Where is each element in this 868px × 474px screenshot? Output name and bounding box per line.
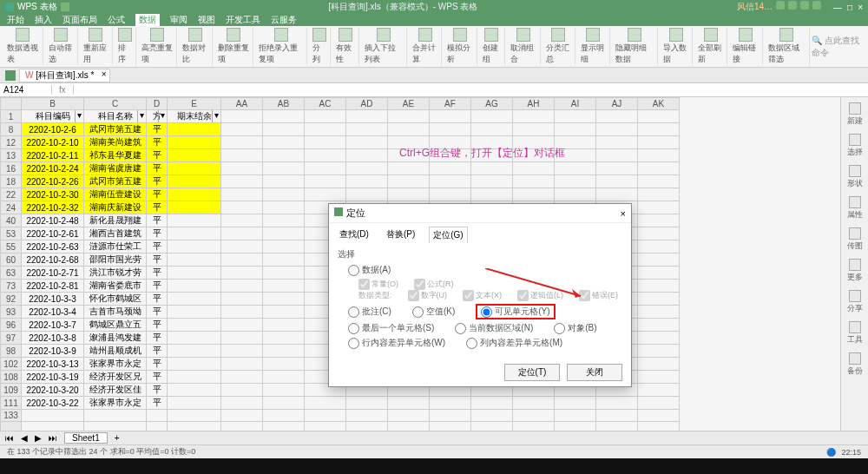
ribbon-textcol[interactable]: 分列 [309, 28, 331, 65]
goto-button[interactable]: 定位(T) [504, 364, 560, 381]
table-row[interactable] [1, 422, 680, 431]
menu-insert[interactable]: 插入 [35, 14, 52, 26]
filter-drop-icon[interactable]: ▾ [158, 110, 167, 122]
opt-visible[interactable]: 可见单元格(Y) [476, 304, 555, 319]
opt-lastcell[interactable]: 最后一个单元格(S) [348, 322, 434, 334]
sheet-nav-last[interactable]: ⏭ [49, 433, 57, 443]
ribbon-reject-dup[interactable]: 拒绝录入重复项 [255, 28, 307, 65]
tray-icon[interactable] [800, 1, 809, 10]
column-headers[interactable]: BCDE AAABACAD AEAFAGAH AIAJAK [1, 98, 680, 110]
table-row[interactable]: 222202-10-2-30湖南伍壹建设平 [1, 188, 680, 201]
ribbon-autofilter[interactable]: 自动筛选 [45, 28, 78, 65]
tray-icon[interactable] [812, 1, 821, 10]
opt-rowdiff[interactable]: 行内容差异单元格(W) [348, 337, 445, 349]
ribbon-editlinks[interactable]: 编辑链接 [729, 28, 762, 65]
menu-view[interactable]: 视图 [198, 14, 215, 26]
maximize-icon[interactable]: □ [847, 3, 852, 12]
zoom-level[interactable]: 🔵 [826, 448, 836, 457]
table-row[interactable]: 82202-10-2-6武冈市第五建平 [1, 123, 680, 136]
menu-layout[interactable]: 页面布局 [62, 14, 97, 26]
title-bar: WPS 表格 [科目查询].xls（兼容模式）- WPS 表格 风信14… — … [0, 0, 868, 14]
sheet-nav-prev[interactable]: ◀ [21, 433, 28, 443]
side-backup[interactable]: 备份 [847, 352, 863, 377]
table-row[interactable]: 132202-10-2-11祁东县华夏建平 [1, 149, 680, 162]
table-row[interactable]: 182202-10-2-26武冈市第五建平 [1, 175, 680, 188]
close-icon[interactable]: × [858, 3, 863, 12]
window-title: [科目查询].xls（兼容模式）- WPS 表格 [69, 1, 737, 13]
side-image[interactable]: 传图 [847, 227, 863, 252]
fx-icon[interactable]: fx [52, 85, 74, 95]
tab-find[interactable]: 查找(D) [336, 227, 372, 243]
ribbon-compare[interactable]: 数据对比 [179, 28, 212, 65]
status-summary: 在 133 个记录中筛选出 24 个 求和=0 平均值=0 计数=0 [7, 446, 195, 458]
name-box[interactable]: A124 [0, 85, 52, 95]
ribbon-sort[interactable]: 排序 [115, 28, 136, 65]
ribbon-hidedetail[interactable]: 隐藏明细数据 [612, 28, 658, 65]
side-shape[interactable]: 形状 [847, 165, 863, 189]
sheet-nav-next[interactable]: ▶ [35, 433, 42, 443]
tray-icon[interactable] [776, 1, 785, 10]
table-header-row[interactable]: 1 科目编码▾ 科目名称▾ 方▾ 期末结余▾ [1, 110, 680, 123]
tray-icon[interactable] [788, 1, 797, 10]
ribbon-subtotal[interactable]: 分类汇总 [542, 28, 575, 65]
menu-start[interactable]: 开始 [7, 14, 24, 26]
annotation-text: Ctrl+G组合键，打开【定位】对话框 [399, 146, 565, 161]
opt-data[interactable]: 数据(A) [348, 264, 391, 276]
table-row[interactable]: 162202-10-2-24湖南省虞唐建平 [1, 162, 680, 175]
menu-formula[interactable]: 公式 [108, 14, 125, 26]
minimize-icon[interactable]: — [833, 3, 842, 12]
dialog-tabs: 查找(D) 替换(P) 定位(G) [329, 223, 631, 243]
ribbon-dropdown[interactable]: 插入下拉列表 [361, 28, 407, 65]
menu-data[interactable]: 数据 [135, 14, 160, 26]
opt-blank[interactable]: 空值(K) [412, 306, 455, 318]
side-more[interactable]: 更多 [847, 259, 863, 283]
ribbon-reapply[interactable]: 重新应用 [80, 28, 113, 65]
side-new[interactable]: 新建 [847, 102, 863, 127]
ribbon-highlight-dup[interactable]: 高亮重复项 [138, 28, 178, 65]
menu-review[interactable]: 审阅 [170, 14, 187, 26]
document-tab[interactable]: W [科目查询].xls * [19, 69, 110, 82]
sub-number: 数字(U) [408, 290, 448, 301]
filter-drop-icon[interactable]: ▾ [75, 110, 83, 122]
ribbon-search[interactable]: 🔍 点此查找命令 [812, 35, 865, 59]
opt-object[interactable]: 对象(B) [554, 322, 596, 334]
table-row[interactable]: 133 [1, 410, 680, 422]
ribbon-showdetail[interactable]: 显示明细 [577, 28, 610, 65]
dialog-close-icon[interactable]: × [621, 208, 626, 219]
side-share[interactable]: 分享 [847, 290, 863, 314]
close-button[interactable]: 关闭 [567, 364, 622, 381]
filter-drop-icon[interactable]: ▾ [212, 110, 220, 122]
ribbon-group[interactable]: 创建组 [479, 28, 506, 65]
table-row[interactable]: 1112202-10-3-22张家界市永定平 [1, 397, 680, 410]
sheet-tab[interactable]: Sheet1 [64, 432, 108, 444]
status-bar: 在 133 个记录中筛选出 24 个 求和=0 平均值=0 计数=0 🔵 22:… [0, 444, 868, 458]
side-select[interactable]: 选择 [847, 134, 863, 158]
ribbon-pivot[interactable]: 数据透视表 [3, 28, 43, 65]
ribbon-refresh[interactable]: 全部刷新 [694, 28, 727, 65]
tab-replace[interactable]: 替换(P) [383, 227, 418, 243]
side-props[interactable]: 属性 [847, 196, 863, 221]
filter-drop-icon[interactable]: ▾ [137, 110, 146, 122]
ribbon-whatif[interactable]: 模拟分析 [444, 28, 477, 65]
ribbon-areafilter[interactable]: 数据区域筛选 [765, 28, 811, 65]
menu-cloud[interactable]: 云服务 [271, 14, 297, 26]
ribbon-validation[interactable]: 有效性 [332, 28, 359, 65]
table-row[interactable]: 122202-10-2-10湖南美尚建筑平 [1, 136, 680, 149]
system-tray: 风信14… [737, 1, 821, 13]
add-sheet-icon[interactable]: + [115, 433, 120, 443]
opt-coldiff[interactable]: 列内容差异单元格(M) [466, 337, 562, 349]
ribbon-import[interactable]: 导入数据 [660, 28, 693, 65]
tab-goto[interactable]: 定位(G) [429, 227, 467, 243]
opt-comment[interactable]: 批注(C) [348, 306, 391, 318]
home-tab-icon[interactable] [5, 70, 16, 81]
formula-bar: A124 fx [0, 83, 868, 97]
side-tools[interactable]: 工具 [847, 321, 863, 346]
select-label: 选择 [338, 248, 622, 260]
ribbon-consolidate[interactable]: 合并计算 [409, 28, 442, 65]
ribbon-ungroup[interactable]: 取消组合 [507, 28, 540, 65]
opt-curreg[interactable]: 当前数据区域(N) [455, 322, 533, 334]
menu-dev[interactable]: 开发工具 [226, 14, 260, 26]
save-icon[interactable] [61, 3, 69, 11]
ribbon-remove-dup[interactable]: 删除重复项 [214, 28, 254, 65]
sheet-nav-first[interactable]: ⏮ [5, 433, 14, 443]
